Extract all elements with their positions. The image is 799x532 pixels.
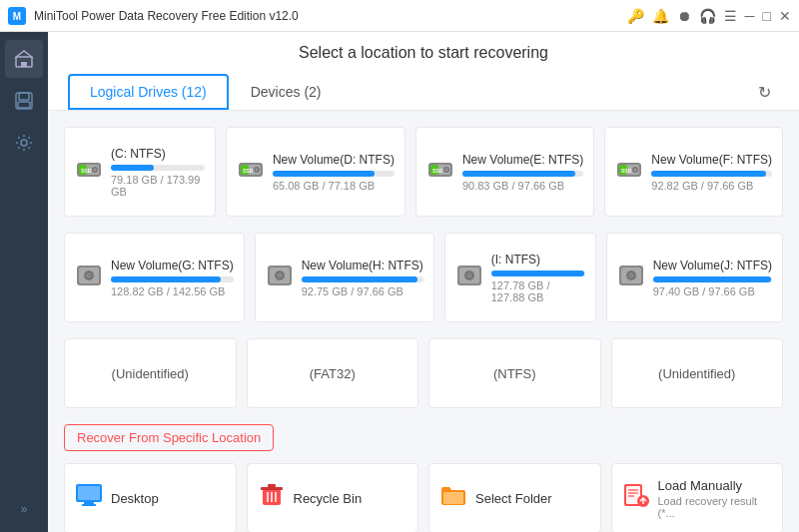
- recover-label: Recover From Specific Location: [64, 424, 274, 451]
- drive-card-e[interactable]: SSD New Volume(E: NTFS) 90.83 GB / 97.66…: [415, 127, 594, 217]
- recover-card-select-folder[interactable]: Select Folder: [428, 463, 601, 532]
- recover-card-name-load: Load Manually: [658, 478, 773, 493]
- drive-bar-c: [111, 165, 154, 171]
- svg-text:SSD: SSD: [621, 168, 632, 174]
- drive-bar-container-i: [491, 270, 585, 276]
- close-button[interactable]: ✕: [779, 8, 791, 24]
- recover-card-info-recycle: Recycle Bin: [294, 491, 408, 506]
- bell-icon[interactable]: 🔔: [652, 8, 669, 24]
- drive-name-i: (I: NTFS): [491, 253, 585, 266]
- titlebar-controls: 🔑 🔔 ⏺ 🎧 ☰ ─ □ ✕: [627, 8, 791, 24]
- key-icon[interactable]: 🔑: [627, 8, 644, 24]
- svg-rect-62: [443, 492, 463, 504]
- hdd-icon-h: [266, 262, 294, 293]
- tab-logical-drives[interactable]: Logical Drives (12): [68, 74, 229, 110]
- svg-point-46: [468, 274, 470, 276]
- sidebar-item-settings[interactable]: [5, 124, 43, 162]
- recover-card-info-desktop: Desktop: [111, 491, 226, 506]
- drive-bar-f: [651, 171, 766, 177]
- hdd-icon-f: SSD: [615, 156, 643, 188]
- drive-bar-e: [462, 171, 575, 177]
- svg-point-36: [88, 274, 90, 276]
- sidebar-expand[interactable]: »: [13, 494, 36, 524]
- svg-point-41: [279, 274, 281, 276]
- drive-grid-row2: New Volume(G: NTFS) 128.82 GB / 142.56 G…: [64, 233, 783, 322]
- drive-name-h: New Volume(H: NTFS): [302, 259, 423, 272]
- recover-section: Recover From Specific Location: [64, 424, 783, 532]
- drive-card-unidentified1[interactable]: (Unidentified): [64, 338, 237, 408]
- app-logo: M: [8, 7, 26, 25]
- svg-rect-55: [82, 504, 96, 506]
- recover-grid: Desktop: [64, 463, 783, 532]
- sidebar-item-save[interactable]: [5, 82, 43, 120]
- drive-size-j: 97.40 GB / 97.66 GB: [653, 285, 772, 297]
- drive-size-i: 127.78 GB / 127.88 GB: [491, 279, 585, 303]
- headphone-icon[interactable]: 🎧: [699, 8, 716, 24]
- maximize-button[interactable]: □: [763, 8, 771, 24]
- sidebar-item-home[interactable]: [5, 40, 43, 78]
- hdd-icon-i: [455, 262, 483, 293]
- menu-icon[interactable]: ☰: [724, 8, 737, 24]
- minimize-button[interactable]: ─: [745, 8, 755, 24]
- svg-point-31: [634, 169, 637, 172]
- drive-card-c[interactable]: SSD (C: NTFS) 79.18 GB / 173.99 GB: [64, 127, 216, 217]
- load-manually-icon: [622, 481, 650, 515]
- refresh-button[interactable]: ↻: [758, 83, 771, 102]
- main-content: SSD (C: NTFS) 79.18 GB / 173.99 GB: [48, 111, 799, 532]
- recover-card-name-recycle: Recycle Bin: [294, 491, 408, 506]
- drive-card-unidentified2[interactable]: (Unidentified): [611, 338, 784, 408]
- svg-point-25: [444, 169, 447, 172]
- drive-card-ntfs[interactable]: (NTFS): [428, 338, 601, 408]
- drive-card-d[interactable]: SSD New Volume(D: NTFS) 65.08 GB / 77.18…: [226, 127, 405, 217]
- recycle-bin-icon: [258, 481, 286, 515]
- record-icon[interactable]: ⏺: [677, 8, 691, 24]
- hdd-icon-c: SSD: [75, 156, 103, 188]
- drive-card-i[interactable]: (I: NTFS) 127.78 GB / 127.88 GB: [444, 233, 596, 322]
- drive-name-d: New Volume(D: NTFS): [273, 153, 395, 167]
- simple-drive-grid: (Unidentified) (FAT32) (NTFS) (Unidentif…: [64, 338, 783, 408]
- titlebar-left: M MiniTool Power Data Recovery Free Edit…: [8, 7, 299, 25]
- svg-text:SSD: SSD: [243, 168, 254, 174]
- drive-name-g: New Volume(G: NTFS): [111, 259, 234, 272]
- hdd-icon-d: SSD: [237, 156, 265, 188]
- hdd-icon-e: SSD: [426, 156, 454, 188]
- save-icon: [14, 91, 34, 111]
- recover-card-desktop[interactable]: Desktop: [64, 463, 237, 532]
- desktop-icon: [75, 481, 103, 515]
- drive-bar-d: [273, 171, 376, 177]
- drive-size-d: 65.08 GB / 77.18 GB: [273, 180, 395, 192]
- recover-card-load-manually[interactable]: Load Manually Load recovery result (*...: [611, 463, 784, 532]
- drive-card-f[interactable]: SSD New Volume(F: NTFS) 92.82 GB / 97.66…: [604, 127, 783, 217]
- page-title: Select a location to start recovering: [68, 44, 779, 62]
- tabs-bar: Logical Drives (12) Devices (2) ↻: [68, 74, 779, 110]
- drive-bar-j: [653, 276, 771, 282]
- tab-devices[interactable]: Devices (2): [229, 74, 344, 110]
- drive-card-j[interactable]: New Volume(J: NTFS) 97.40 GB / 97.66 GB: [606, 233, 783, 322]
- svg-rect-57: [261, 487, 283, 490]
- drive-name-j: New Volume(J: NTFS): [653, 259, 772, 272]
- drive-info-f: New Volume(F: NTFS) 92.82 GB / 97.66 GB: [651, 153, 772, 192]
- drive-card-g[interactable]: New Volume(G: NTFS) 128.82 GB / 142.56 G…: [64, 233, 245, 322]
- drive-bar-container-j: [653, 276, 772, 282]
- drive-label-unidentified1: (Unidentified): [112, 366, 189, 381]
- drive-size-f: 92.82 GB / 97.66 GB: [651, 180, 772, 192]
- drive-bar-container-e: [462, 171, 583, 177]
- drive-label-ntfs: (NTFS): [493, 366, 536, 381]
- drive-card-h[interactable]: New Volume(H: NTFS) 92.75 GB / 97.66 GB: [255, 233, 434, 322]
- svg-rect-6: [18, 102, 30, 108]
- drive-card-fat32[interactable]: (FAT32): [247, 338, 419, 408]
- recover-card-recycle[interactable]: Recycle Bin: [247, 463, 419, 532]
- svg-rect-58: [268, 484, 276, 487]
- drive-size-h: 92.75 GB / 97.66 GB: [302, 285, 423, 297]
- recover-card-info-folder: Select Folder: [475, 491, 590, 506]
- recover-card-info-load: Load Manually Load recovery result (*...: [658, 478, 773, 519]
- drive-info-e: New Volume(E: NTFS) 90.83 GB / 97.66 GB: [462, 153, 583, 192]
- drive-bar-i: [491, 270, 584, 276]
- drive-bar-container-g: [111, 276, 234, 282]
- drive-bar-container-f: [651, 171, 772, 177]
- drive-info-d: New Volume(D: NTFS) 65.08 GB / 77.18 GB: [273, 153, 395, 192]
- drive-size-e: 90.83 GB / 97.66 GB: [462, 180, 583, 192]
- svg-text:M: M: [13, 11, 21, 22]
- sidebar: »: [0, 32, 48, 532]
- hdd-icon-j: [617, 262, 645, 293]
